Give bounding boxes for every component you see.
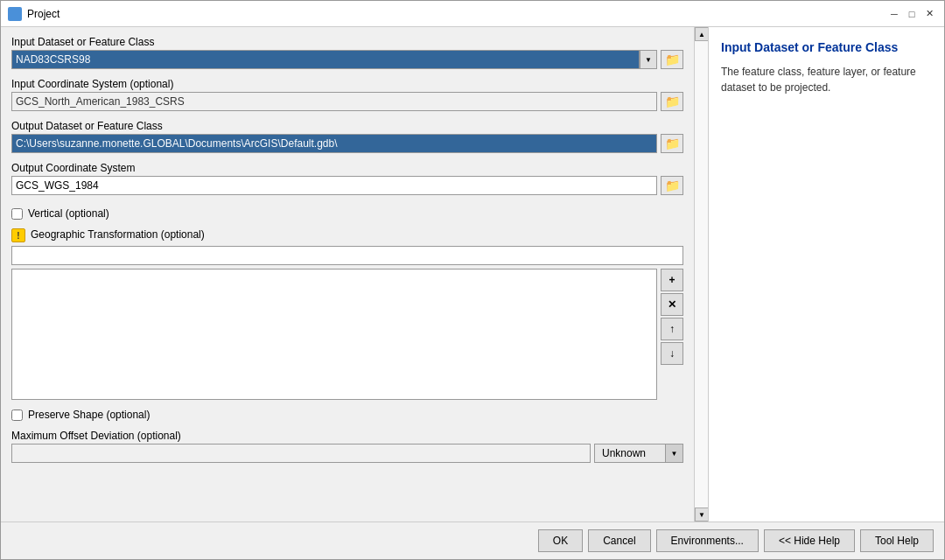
vertical-checkbox[interactable] (11, 208, 23, 220)
geo-down-button[interactable]: ↓ (661, 342, 683, 365)
project-window: Project ─ □ ✕ Input Dataset or Feature C… (0, 0, 945, 560)
input-dataset-section: Input Dataset or Feature Class NAD83CSRS… (11, 36, 683, 69)
title-bar-left: Project (8, 7, 60, 21)
vertical-checkbox-row: Vertical (optional) (11, 204, 683, 223)
scroll-down-button[interactable]: ▼ (695, 508, 709, 522)
bottom-bar: OK Cancel Environments... << Hide Help T… (1, 522, 944, 559)
tool-help-button[interactable]: Tool Help (860, 529, 934, 552)
output-dataset-row: 📁 (11, 134, 683, 153)
geo-transform-label: Geographic Transformation (optional) (31, 228, 205, 241)
scroll-track (695, 41, 708, 508)
input-coord-label: Input Coordinate System (optional) (11, 78, 683, 90)
right-panel: Input Dataset or Feature Class The featu… (708, 27, 944, 522)
output-dataset-input[interactable] (11, 134, 657, 153)
geo-add-button[interactable]: + (661, 269, 683, 291)
coord-folder-icon: 📁 (665, 94, 680, 108)
input-dataset-dropdown-arrow[interactable]: ▼ (640, 50, 657, 69)
output-coord-section: Output Coordinate System 📁 (11, 162, 683, 195)
output-coord-folder-icon: 📁 (665, 178, 680, 192)
ok-button[interactable]: OK (538, 529, 583, 552)
input-dataset-combo[interactable]: NAD83CSRS98 ▼ (11, 50, 657, 69)
output-folder-icon: 📁 (665, 136, 680, 150)
input-coord-browse-button[interactable]: 📁 (661, 92, 683, 111)
output-coord-row: 📁 (11, 176, 683, 195)
unknown-dropdown-arrow[interactable]: ▼ (665, 444, 682, 462)
output-dataset-section: Output Dataset or Feature Class 📁 (11, 120, 683, 153)
window-title: Project (27, 8, 60, 20)
geo-list-container: + ✕ ↑ ↓ (11, 269, 683, 400)
input-coord-input[interactable] (11, 92, 657, 111)
folder-icon: 📁 (665, 52, 680, 66)
preserve-shape-checkbox[interactable] (11, 410, 23, 421)
scroll-up-button[interactable]: ▲ (695, 27, 709, 41)
geo-transform-input[interactable] (11, 246, 683, 265)
right-panel-description: The feature class, feature layer, or fea… (721, 64, 932, 95)
max-offset-label: Maximum Offset Deviation (optional) (11, 430, 683, 442)
hide-help-button[interactable]: << Hide Help (764, 529, 855, 552)
close-button[interactable]: ✕ (921, 6, 937, 22)
preserve-shape-label[interactable]: Preserve Shape (optional) (28, 409, 150, 421)
max-offset-row: Unknown ▼ (11, 444, 683, 463)
output-coord-browse-button[interactable]: 📁 (661, 176, 683, 195)
left-panel: Input Dataset or Feature Class NAD83CSRS… (1, 27, 694, 522)
unknown-dropdown[interactable]: Unknown ▼ (594, 444, 683, 463)
max-offset-input[interactable] (11, 444, 591, 463)
input-dataset-label: Input Dataset or Feature Class (11, 36, 683, 48)
geo-transform-list[interactable] (11, 269, 657, 400)
output-dataset-browse-button[interactable]: 📁 (661, 134, 683, 153)
environments-button[interactable]: Environments... (656, 529, 759, 552)
main-content: Input Dataset or Feature Class NAD83CSRS… (1, 27, 944, 522)
maximize-button[interactable]: □ (904, 6, 920, 22)
title-bar: Project ─ □ ✕ (1, 1, 944, 27)
geo-transform-label-row: ! Geographic Transformation (optional) (11, 228, 683, 242)
input-dataset-row: NAD83CSRS98 ▼ 📁 (11, 50, 683, 69)
input-dataset-browse-button[interactable]: 📁 (661, 50, 683, 69)
input-coord-section: Input Coordinate System (optional) 📁 (11, 78, 683, 111)
preserve-shape-row: Preserve Shape (optional) (11, 405, 683, 424)
input-coord-row: 📁 (11, 92, 683, 111)
geo-transform-section: ! Geographic Transformation (optional) +… (11, 228, 683, 400)
cancel-button[interactable]: Cancel (588, 529, 650, 552)
output-coord-label: Output Coordinate System (11, 162, 683, 174)
warning-icon: ! (11, 228, 25, 242)
input-dataset-input[interactable]: NAD83CSRS98 (11, 50, 640, 69)
vertical-scrollbar[interactable]: ▲ ▼ (694, 27, 708, 522)
right-panel-title: Input Dataset or Feature Class (721, 39, 932, 55)
geo-remove-button[interactable]: ✕ (661, 293, 683, 316)
geo-up-button[interactable]: ↑ (661, 318, 683, 340)
geo-list-buttons: + ✕ ↑ ↓ (661, 269, 683, 400)
minimize-button[interactable]: ─ (886, 6, 902, 22)
max-offset-section: Maximum Offset Deviation (optional) Unkn… (11, 430, 683, 463)
unknown-value: Unknown (595, 444, 665, 462)
window-controls: ─ □ ✕ (886, 6, 937, 22)
app-icon (8, 7, 22, 21)
vertical-label[interactable]: Vertical (optional) (28, 207, 109, 220)
output-coord-input[interactable] (11, 176, 657, 195)
output-dataset-label: Output Dataset or Feature Class (11, 120, 683, 132)
input-dataset-value: NAD83CSRS98 (16, 53, 90, 66)
